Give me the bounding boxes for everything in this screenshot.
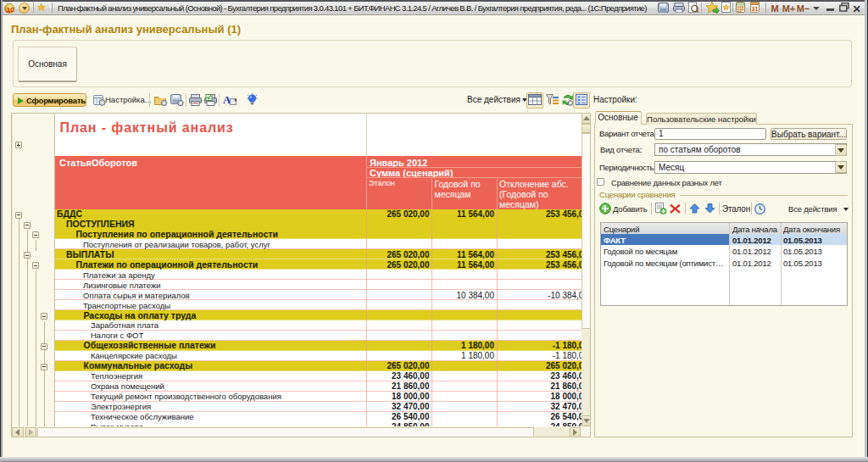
svg-text:31: 31 [752,6,759,12]
